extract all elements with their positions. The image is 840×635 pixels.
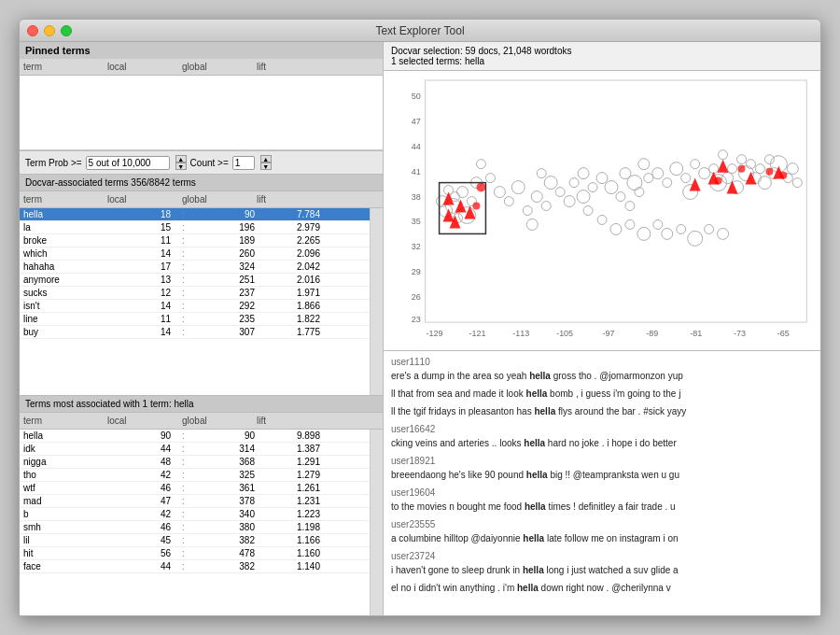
cell-colon: : [178,443,188,455]
assoc-row[interactable]: smh 46 : 380 1.198 [20,521,370,534]
docvar-row[interactable]: hahaha 17 : 324 2.042 [20,261,370,274]
cell-global: 251 [188,274,262,286]
assoc-row[interactable]: mad 47 : 378 1.231 [20,495,370,508]
svg-text:41: 41 [412,167,421,176]
cell-lift: 2.979 [262,221,328,233]
cell-lift: 1.279 [262,469,328,481]
assoc-scrollbar[interactable] [370,430,383,616]
cell-local: 42 [104,508,178,520]
docvar-row[interactable]: broke 11 : 189 2.265 [20,234,370,247]
term-prob-stepper[interactable]: ▲ ▼ [175,155,187,170]
svg-text:44: 44 [412,142,421,151]
cell-lift: 1.166 [262,534,328,546]
map-chart: 50 47 44 41 38 35 32 29 26 23 -129 -121 … [384,71,820,350]
assoc-row[interactable]: wtf 46 : 361 1.261 [20,482,370,495]
cell-local: 14 [104,247,178,260]
maximize-button[interactable] [61,25,72,36]
svg-text:-81: -81 [690,329,702,338]
preview-text: a columbine hilltop @daiyonnie hella lat… [391,531,813,545]
cell-global: 324 [188,261,262,273]
cell-local: 12 [104,287,178,299]
cell-colon: : [178,456,188,468]
cell-colon: : [178,208,188,220]
preview-user-label: user1110 [391,355,813,369]
docvar-scrollbar[interactable] [370,208,383,395]
cell-lift: 2.265 [262,234,328,247]
cell-lift: 2.042 [262,261,328,273]
preview-user-label: user16642 [391,422,813,436]
cell-local: 44 [104,443,178,455]
cell-global: 260 [188,247,262,260]
preview-text: to the movies n bought me food hella tim… [391,500,813,514]
cell-global: 90 [188,208,262,220]
term-prob-up[interactable]: ▲ [175,155,187,162]
cell-local: 56 [104,547,178,559]
cell-colon: : [178,274,188,286]
left-panel: Pinned terms term local global lift Term… [20,42,384,615]
assoc-row[interactable]: hella 90 : 90 9.898 [20,430,370,443]
pinned-terms-section: Pinned terms term local global lift [20,42,383,151]
docvar-row[interactable]: la 15 : 196 2.979 [20,221,370,234]
pinned-terms-table-header: term local global lift [20,59,383,76]
count-stepper[interactable]: ▲ ▼ [260,155,272,170]
docvar-row[interactable]: hella 18 : 90 7.784 [20,208,370,221]
count-down[interactable]: ▼ [260,162,272,170]
cell-global: 478 [188,547,262,559]
cell-colon: : [178,234,188,247]
docvar-row[interactable]: anymore 13 : 251 2.016 [20,274,370,287]
cell-colon: : [178,521,188,533]
count-input[interactable] [232,156,255,170]
term-prob-input[interactable] [86,156,170,170]
docvar-row[interactable]: which 14 : 260 2.096 [20,247,370,261]
docvar-col-term: term [20,193,104,205]
docvar-selection-line2: 1 selected terms: hella [391,56,813,66]
docvar-col-local: local [104,193,178,205]
cell-lift: 2.096 [262,247,328,260]
svg-text:-97: -97 [602,329,614,338]
cell-term: la [20,221,104,233]
cell-colon: : [178,508,188,520]
cell-global: 189 [188,234,262,247]
cell-colon: : [178,534,188,546]
cell-lift: 2.016 [262,274,328,286]
svg-rect-1 [426,80,807,322]
cell-global: 361 [188,482,262,494]
minimize-button[interactable] [44,25,55,36]
docvar-row[interactable]: isn't 14 : 292 1.866 [20,300,370,313]
svg-text:35: 35 [412,217,421,226]
docvar-row[interactable]: buy 14 : 307 1.775 [20,326,370,339]
count-up[interactable]: ▲ [260,155,272,162]
close-button[interactable] [27,25,38,36]
assoc-row[interactable]: nigga 48 : 368 1.291 [20,456,370,469]
svg-text:38: 38 [412,192,421,202]
assoc-row[interactable]: b 42 : 340 1.223 [20,508,370,521]
cell-local: 42 [104,469,178,481]
cell-local: 14 [104,326,178,338]
window-title: Text Explorer Tool [375,24,464,37]
assoc-row[interactable]: hit 56 : 478 1.160 [20,547,370,560]
docvar-table-header: term local global lift [20,191,383,208]
col-header-local: local [104,61,178,73]
docvar-row[interactable]: line 11 : 235 1.822 [20,313,370,326]
cell-term: smh [20,521,104,533]
svg-text:-121: -121 [469,329,485,338]
term-prob-down[interactable]: ▼ [175,162,187,170]
cell-global: 307 [188,326,262,338]
assoc-row[interactable]: idk 44 : 314 1.387 [20,443,370,456]
svg-text:-105: -105 [556,329,573,338]
svg-text:23: 23 [412,315,421,324]
cell-lift: 1.971 [262,287,328,299]
assoc-row[interactable]: face 44 : 382 1.140 [20,560,370,573]
assoc-row[interactable]: tho 42 : 325 1.279 [20,469,370,482]
cell-local: 46 [104,482,178,494]
col-header-global: global [178,61,253,73]
preview-user-label: user19604 [391,486,813,500]
cell-lift: 1.160 [262,547,328,559]
docvar-row[interactable]: sucks 12 : 237 1.971 [20,287,370,300]
cell-colon: : [178,560,188,572]
titlebar: Text Explorer Tool [20,20,820,42]
svg-text:-73: -73 [734,329,746,338]
svg-point-105 [715,177,722,185]
assoc-row[interactable]: lil 45 : 382 1.166 [20,534,370,547]
cell-colon: : [178,495,188,507]
